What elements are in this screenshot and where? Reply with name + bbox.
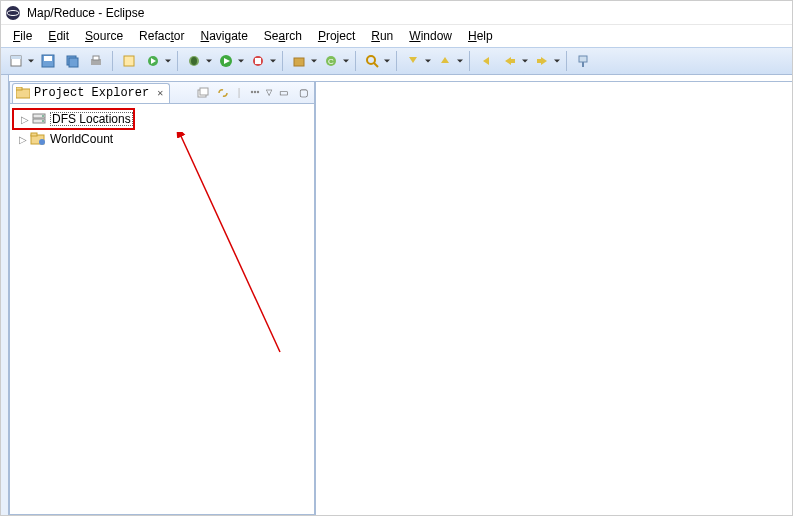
menu-bar: FileEditSourceRefactorNavigateSearchProj… (1, 25, 792, 47)
save-all-button[interactable] (61, 50, 83, 72)
project-explorer-tab[interactable]: Project Explorer ✕ (12, 83, 170, 103)
svg-marker-26 (483, 57, 489, 65)
svg-point-36 (254, 90, 256, 92)
last-edit-button[interactable] (475, 50, 497, 72)
svg-rect-10 (124, 56, 134, 66)
toolbar-separator (469, 51, 470, 71)
folder-icon (16, 87, 30, 99)
new-button[interactable] (5, 50, 35, 72)
menu-file[interactable]: File (5, 27, 40, 45)
svg-rect-5 (44, 56, 52, 61)
svg-rect-32 (16, 87, 22, 90)
menu-search[interactable]: Search (256, 27, 310, 45)
svg-rect-3 (11, 56, 21, 59)
view-menu-button[interactable] (246, 84, 264, 102)
svg-point-22 (367, 56, 375, 64)
pin-editor-button[interactable] (572, 50, 594, 72)
main-toolbar: C (1, 47, 792, 75)
annotation-highlight: ▷ DFS Locations (12, 108, 135, 130)
run-button[interactable] (215, 50, 245, 72)
focus-task-button[interactable]: | (234, 84, 244, 102)
annotation-arrow (30, 132, 300, 372)
menu-project[interactable]: Project (310, 27, 363, 45)
maximize-view-button[interactable]: ▢ (294, 84, 312, 102)
toolbar-separator (566, 51, 567, 71)
minimize-view-button[interactable]: ▭ (274, 84, 292, 102)
editor-area (315, 81, 792, 515)
close-icon[interactable]: ✕ (157, 87, 163, 99)
left-trim-bar (1, 75, 9, 515)
menu-window[interactable]: Window (401, 27, 460, 45)
svg-point-35 (251, 90, 253, 92)
menu-source[interactable]: Source (77, 27, 131, 45)
save-button[interactable] (37, 50, 59, 72)
project-icon (30, 131, 46, 147)
svg-line-23 (374, 63, 378, 67)
svg-rect-7 (69, 58, 78, 67)
svg-marker-27 (505, 57, 515, 65)
tree-item-label: WorldCount (48, 132, 115, 146)
debug-button[interactable] (183, 50, 213, 72)
search-button[interactable] (361, 50, 391, 72)
svg-point-0 (6, 6, 20, 20)
svg-text:C: C (328, 57, 334, 66)
menu-help[interactable]: Help (460, 27, 501, 45)
view-tab-bar: Project Explorer ✕ | ▽ ▭ ▢ (10, 82, 314, 104)
toolbar-separator (177, 51, 178, 71)
toolbar-separator (112, 51, 113, 71)
toolbar-separator (355, 51, 356, 71)
svg-marker-24 (409, 57, 417, 63)
toolbar-separator (282, 51, 283, 71)
project-explorer-view: Project Explorer ✕ | ▽ ▭ ▢ ▷ (9, 81, 315, 515)
svg-rect-29 (579, 56, 587, 62)
svg-marker-25 (441, 57, 449, 63)
prev-annotation-button[interactable] (434, 50, 464, 72)
menu-navigate[interactable]: Navigate (192, 27, 255, 45)
chevron-down-icon[interactable]: ▽ (266, 88, 272, 97)
title-bar: Map/Reduce - Eclipse (1, 1, 792, 25)
workspace: Project Explorer ✕ | ▽ ▭ ▢ ▷ (1, 75, 792, 515)
eclipse-icon (5, 5, 21, 21)
collapse-all-button[interactable] (194, 84, 212, 102)
link-editor-button[interactable] (214, 84, 232, 102)
svg-rect-9 (93, 56, 99, 60)
back-button[interactable] (499, 50, 529, 72)
menu-refactor[interactable]: Refactor (131, 27, 192, 45)
print-button[interactable] (85, 50, 107, 72)
svg-point-44 (39, 139, 45, 145)
tree-item-worldcount[interactable]: ▷ WorldCount (12, 130, 312, 148)
forward-button[interactable] (531, 50, 561, 72)
project-tree[interactable]: ▷ DFS Locations ▷ WorldCount (10, 104, 314, 514)
svg-rect-34 (200, 88, 208, 95)
new-class-button[interactable]: C (320, 50, 350, 72)
svg-point-41 (42, 120, 44, 122)
build-button[interactable] (142, 50, 172, 72)
svg-marker-28 (537, 57, 547, 65)
svg-line-45 (180, 134, 280, 352)
svg-rect-43 (31, 133, 37, 136)
open-type-button[interactable] (118, 50, 140, 72)
svg-point-14 (191, 57, 197, 65)
toolbar-separator (396, 51, 397, 71)
svg-rect-19 (294, 58, 304, 66)
tree-item-label: DFS Locations (50, 112, 133, 126)
svg-point-37 (257, 90, 259, 92)
dfs-icon (32, 111, 48, 127)
expand-icon[interactable]: ▷ (20, 114, 30, 124)
next-annotation-button[interactable] (402, 50, 432, 72)
expand-icon[interactable]: ▷ (18, 134, 28, 144)
external-tools-button[interactable] (247, 50, 277, 72)
tree-item-dfs[interactable]: ▷ DFS Locations (14, 110, 133, 128)
svg-rect-18 (255, 58, 261, 64)
window-title: Map/Reduce - Eclipse (27, 6, 144, 20)
menu-run[interactable]: Run (363, 27, 401, 45)
view-tab-label: Project Explorer (34, 86, 149, 100)
menu-edit[interactable]: Edit (40, 27, 77, 45)
new-package-button[interactable] (288, 50, 318, 72)
svg-point-40 (42, 115, 44, 117)
